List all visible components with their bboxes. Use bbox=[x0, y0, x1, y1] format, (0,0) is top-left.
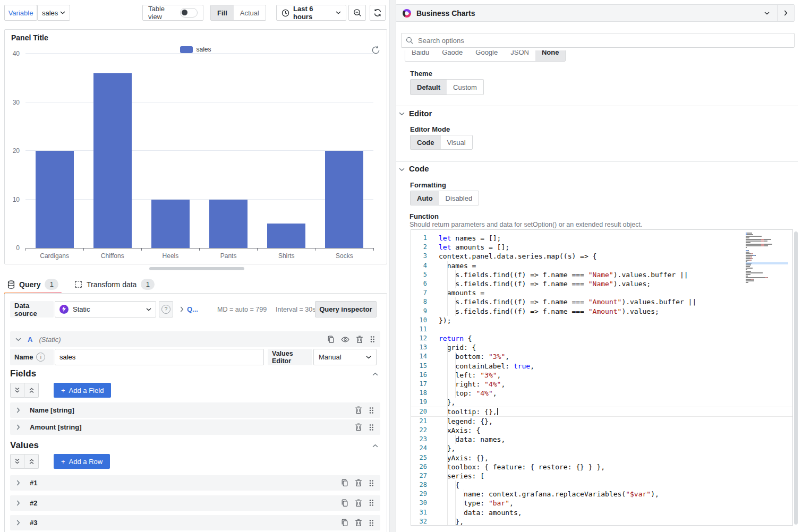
code-line: 32 }, bbox=[411, 517, 792, 526]
variable-label: Variable bbox=[8, 9, 33, 17]
name-input[interactable] bbox=[55, 349, 264, 365]
segment-option-custom[interactable]: Custom bbox=[447, 80, 483, 95]
drag-handle-icon[interactable] bbox=[369, 423, 374, 432]
value-row[interactable]: #1 bbox=[10, 475, 380, 491]
delete-icon[interactable] bbox=[355, 479, 362, 487]
datasource-picker[interactable]: Static bbox=[55, 301, 156, 318]
value-row[interactable]: #2 bbox=[10, 495, 380, 511]
code-line: 25 yAxis: {}, bbox=[411, 453, 792, 462]
segment-option-none[interactable]: None bbox=[535, 50, 566, 61]
segment-option-fill[interactable]: Fill bbox=[211, 5, 234, 20]
values-collapse-icon[interactable] bbox=[372, 444, 378, 448]
options-pane-header[interactable]: Business Charts bbox=[396, 4, 795, 22]
add-row-button[interactable]: +Add a Row bbox=[54, 454, 110, 469]
fields-collapse-icon[interactable] bbox=[372, 372, 378, 376]
segment-option-auto[interactable]: Auto bbox=[411, 191, 439, 205]
values-editor-select[interactable]: Manual bbox=[313, 349, 377, 365]
indent-guide bbox=[447, 307, 448, 316]
indent-guide bbox=[447, 362, 448, 371]
segment-option-actual[interactable]: Actual bbox=[234, 5, 266, 20]
line-number: 24 bbox=[411, 444, 427, 453]
field-row[interactable]: Name [string] bbox=[10, 402, 380, 418]
line-number: 23 bbox=[411, 435, 427, 444]
segment-option-code[interactable]: Code bbox=[411, 135, 441, 149]
code-line: 12return { bbox=[411, 334, 792, 343]
minimap-line bbox=[746, 234, 788, 235]
code-lines: 1let names = [];2let amounts = [];3conte… bbox=[411, 230, 792, 526]
search-input[interactable] bbox=[417, 36, 790, 45]
collapse-pane-button[interactable] bbox=[777, 5, 794, 21]
drag-handle-icon[interactable] bbox=[370, 335, 375, 344]
add-field-button[interactable]: +Add a Field bbox=[54, 383, 111, 398]
indent-guide bbox=[447, 517, 448, 526]
drag-handle-icon[interactable] bbox=[369, 499, 374, 507]
editor-section-title[interactable]: Editor bbox=[409, 109, 432, 118]
duplicate-icon[interactable] bbox=[341, 499, 348, 507]
query-row-header[interactable]: A (Static) bbox=[10, 331, 380, 347]
time-zoom-out-button[interactable] bbox=[348, 5, 366, 21]
delete-icon[interactable] bbox=[355, 499, 362, 507]
chevron-down-icon bbox=[336, 11, 341, 14]
fields-toolbar: +Add a Field bbox=[10, 383, 111, 398]
indent-guide bbox=[447, 288, 448, 297]
expand-all-fields-button[interactable] bbox=[24, 383, 39, 398]
editor-section-chevron-icon[interactable] bbox=[399, 112, 405, 116]
query-options-collapsed[interactable]: Q... bbox=[180, 301, 198, 318]
duplicate-query-icon[interactable] bbox=[327, 336, 335, 344]
delete-query-icon[interactable] bbox=[356, 336, 363, 344]
segment-option-gaode[interactable]: Gaode bbox=[436, 50, 469, 61]
segment-option-disabled[interactable]: Disabled bbox=[439, 191, 479, 205]
code-editor[interactable]: 1let names = [];2let amounts = [];3conte… bbox=[411, 229, 793, 526]
indent-guide bbox=[455, 480, 456, 490]
duplicate-icon[interactable] bbox=[341, 479, 348, 487]
duplicate-icon[interactable] bbox=[341, 519, 348, 527]
chevron-down-icon bbox=[146, 308, 151, 311]
variable-picker[interactable]: sales bbox=[37, 5, 70, 21]
expand-all-values-button[interactable] bbox=[24, 454, 39, 469]
drag-handle-icon[interactable] bbox=[369, 406, 374, 415]
help-icon: ? bbox=[161, 305, 170, 314]
chevron-right-icon bbox=[180, 306, 184, 312]
segment-option-baidu[interactable]: Baidu bbox=[405, 50, 436, 61]
editor-minimap[interactable] bbox=[746, 233, 788, 284]
segment-option-visual[interactable]: Visual bbox=[441, 135, 472, 149]
code-section-chevron-icon[interactable] bbox=[399, 168, 405, 171]
delete-icon[interactable] bbox=[355, 519, 362, 527]
refresh-button[interactable] bbox=[370, 5, 386, 21]
indent-guide bbox=[447, 297, 448, 306]
panel-horizontal-scrollbar[interactable] bbox=[149, 267, 244, 270]
time-range-picker[interactable]: Last 6 hours bbox=[276, 5, 346, 21]
field-row-label: Name [string] bbox=[30, 406, 348, 414]
query-inspector-button[interactable]: Query inspector bbox=[315, 301, 377, 318]
delete-icon[interactable] bbox=[355, 423, 362, 431]
datasource-help-button[interactable]: ? bbox=[159, 301, 173, 318]
grafana-panel-editor: Variable sales Table view FillActual Las… bbox=[0, 0, 802, 532]
collapse-all-fields-button[interactable] bbox=[10, 383, 24, 398]
field-row[interactable]: Amount [string] bbox=[10, 419, 380, 435]
clock-icon bbox=[281, 9, 289, 17]
indent-guide bbox=[447, 261, 448, 270]
indent-guide bbox=[464, 499, 464, 508]
time-range-label: Last 6 hours bbox=[293, 5, 332, 21]
segment-option-json[interactable]: JSON bbox=[504, 50, 535, 61]
drag-handle-icon[interactable] bbox=[369, 519, 374, 527]
code-line: 6 s.fields.find((f) => f.name === "Name"… bbox=[411, 279, 792, 288]
delete-icon[interactable] bbox=[355, 406, 362, 414]
segment-option-default[interactable]: Default bbox=[411, 80, 447, 95]
line-number: 28 bbox=[411, 480, 427, 490]
code-line: 13 grid: { bbox=[411, 343, 792, 352]
hide-query-icon[interactable] bbox=[341, 336, 349, 343]
line-number: 12 bbox=[411, 334, 427, 343]
code-section-title[interactable]: Code bbox=[409, 164, 429, 173]
options-pane-scrollbar[interactable] bbox=[794, 231, 798, 525]
table-view-toggle[interactable] bbox=[180, 8, 198, 18]
segment-option-google[interactable]: Google bbox=[469, 50, 504, 61]
value-row[interactable]: #3 bbox=[10, 515, 380, 530]
code-line: 27 series: [ bbox=[411, 471, 792, 480]
pane-divider[interactable] bbox=[389, 0, 396, 532]
tab-query[interactable]: Query 1 bbox=[4, 277, 62, 292]
collapse-all-values-button[interactable] bbox=[10, 454, 24, 469]
tab-transform-data[interactable]: Transform data 1 bbox=[71, 277, 158, 292]
drag-handle-icon[interactable] bbox=[369, 479, 374, 487]
line-number: 15 bbox=[411, 362, 427, 371]
